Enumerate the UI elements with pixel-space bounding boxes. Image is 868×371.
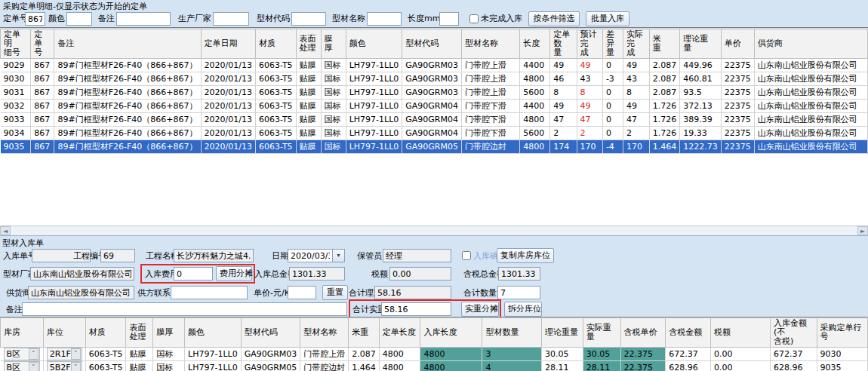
- profile-code-filter-input[interactable]: [291, 12, 326, 26]
- column-header[interactable]: 备注: [54, 29, 201, 59]
- total-theory-weight-input[interactable]: [374, 286, 451, 299]
- chevron-down-icon[interactable]: ˅: [71, 348, 81, 360]
- column-header[interactable]: 型材名称: [300, 318, 349, 348]
- column-header[interactable]: 实际重量: [583, 318, 620, 348]
- cell: 山东南山铝业股份有限公司: [754, 72, 867, 86]
- profile-factory-input[interactable]: [30, 267, 134, 281]
- column-header[interactable]: 定单明 细号: [1, 29, 31, 59]
- date-dropdown-button[interactable]: ▾: [332, 249, 345, 262]
- location-combo[interactable]: 2R1F˅: [43, 348, 85, 361]
- column-header[interactable]: 理论重 量: [680, 29, 722, 59]
- column-header[interactable]: 型材数量: [482, 318, 542, 348]
- order-row[interactable]: 903386789#门框型材F26-F40（866+867）2020/01/13…: [1, 113, 868, 127]
- supplier-contact-input[interactable]: [171, 286, 248, 299]
- column-header[interactable]: 长度: [520, 29, 550, 59]
- filter-by-condition-button[interactable]: 按条件筛选: [528, 11, 580, 26]
- order-row[interactable]: 903086789#门框型材F26-F40（866+867）2020/01/13…: [1, 72, 868, 86]
- order-row[interactable]: 903286789#门框型材F26-F40（866+867）2020/01/13…: [1, 100, 868, 113]
- column-header[interactable]: 入库金额(不 含税): [770, 318, 817, 348]
- column-header[interactable]: 型材代码: [241, 318, 300, 348]
- color-input[interactable]: [66, 12, 92, 26]
- scroll-left-arrow-icon[interactable]: ◄: [0, 226, 11, 235]
- fee-allocate-button[interactable]: 费用分摊: [216, 266, 252, 281]
- location-combo[interactable]: 5B2F˅: [43, 361, 85, 371]
- inbound-confirm-checkbox[interactable]: [462, 251, 471, 260]
- column-header[interactable]: 单价: [721, 29, 754, 59]
- keeper-input[interactable]: [383, 249, 451, 262]
- column-header[interactable]: 型材代码: [402, 29, 462, 59]
- order-row[interactable]: 902986789#门框型材F26-F40（866+867）2020/01/13…: [1, 59, 868, 72]
- column-header[interactable]: 型材名称: [461, 29, 519, 59]
- cell: 2020/01/13: [201, 100, 255, 113]
- order-no-input[interactable]: [25, 12, 45, 26]
- project-name-input[interactable]: [174, 249, 254, 262]
- cell: 9034: [1, 127, 31, 140]
- column-header[interactable]: 定 单 号: [31, 29, 54, 59]
- column-header[interactable]: 材质: [85, 318, 126, 348]
- cell: 国标: [321, 113, 346, 127]
- column-header[interactable]: 含税金额: [666, 318, 711, 348]
- column-header[interactable]: 米 重: [649, 29, 680, 59]
- column-header[interactable]: 差异量: [602, 29, 623, 59]
- column-header[interactable]: 定单日期: [201, 29, 255, 59]
- inbound-total-input[interactable]: [289, 267, 345, 281]
- remark-input[interactable]: [22, 302, 347, 316]
- column-header[interactable]: 材质: [255, 29, 296, 59]
- split-location-button[interactable]: 拆分库位: [504, 302, 542, 317]
- column-header[interactable]: 供货商: [754, 29, 867, 59]
- copy-warehouse-location-button[interactable]: 复制库房库位: [497, 248, 554, 263]
- column-header[interactable]: 含税单价: [620, 318, 666, 348]
- cell: 22375: [721, 100, 754, 113]
- reset-button[interactable]: 重置: [322, 285, 348, 300]
- column-header[interactable]: 表面 处理: [126, 318, 153, 348]
- weight-allocate-button[interactable]: 实重分摊: [461, 302, 499, 317]
- total-actual-weight-input[interactable]: [381, 302, 451, 316]
- order-row[interactable]: 903486789#门框型材F26-F40（866+867）2020/01/13…: [1, 127, 868, 140]
- column-header[interactable]: 预计完 成: [577, 29, 602, 59]
- chevron-down-icon[interactable]: ˅: [29, 362, 38, 371]
- remark-filter-input[interactable]: [116, 12, 171, 26]
- horizontal-scrollbar[interactable]: ◄ ►: [0, 225, 868, 235]
- manufacturer-input[interactable]: [213, 12, 249, 26]
- tax-input[interactable]: [389, 267, 451, 281]
- tax-total-input[interactable]: [498, 267, 540, 281]
- column-header[interactable]: 定单长度: [379, 318, 420, 348]
- column-header[interactable]: 颜色: [185, 318, 242, 348]
- column-header[interactable]: 实际完 成: [623, 29, 649, 59]
- column-header[interactable]: 入库长度: [420, 318, 482, 348]
- length-filter-input[interactable]: [439, 12, 459, 26]
- column-header[interactable]: 表面 处理: [296, 29, 321, 59]
- inbound-row[interactable]: B区˅5B2F˅6063-T5贴膜国标LH797-1LL0GA90GRM05门带…: [1, 361, 868, 371]
- chevron-down-icon[interactable]: ˅: [71, 362, 81, 371]
- profile-name-filter-label: 型材名称: [332, 13, 365, 25]
- scroll-right-arrow-icon[interactable]: ►: [857, 226, 868, 235]
- column-header[interactable]: 库房: [1, 318, 44, 348]
- inbound-row[interactable]: B区˅2R1F˅6063-T5贴膜国标LH797-1LL0GA90GRM03门带…: [1, 348, 868, 361]
- column-header[interactable]: 颜色: [346, 29, 402, 59]
- total-qty-input[interactable]: [497, 286, 540, 299]
- column-header[interactable]: 库位: [43, 318, 85, 348]
- batch-inbound-button[interactable]: 批量入库: [586, 11, 629, 26]
- order-row[interactable]: 903586789#门框型材F26-F40（866+867）2020/01/13…: [1, 140, 868, 154]
- profile-name-filter-input[interactable]: [367, 12, 402, 26]
- cell: 山东南山铝业股份有限公司: [754, 127, 867, 140]
- warehouse-combo[interactable]: B区˅: [1, 361, 44, 371]
- cell: 国标: [321, 100, 346, 113]
- supplier-input[interactable]: [28, 286, 134, 299]
- chevron-down-icon[interactable]: ˅: [29, 348, 38, 360]
- column-header[interactable]: 理论重量: [542, 318, 583, 348]
- date-input[interactable]: [288, 249, 333, 262]
- column-header[interactable]: 定单数 量: [550, 29, 577, 59]
- color-label: 颜色: [48, 13, 65, 25]
- project-no-input[interactable]: [100, 249, 135, 262]
- inbound-fee-input[interactable]: [174, 267, 213, 281]
- unfinished-inbound-checkbox[interactable]: [469, 14, 479, 23]
- column-header[interactable]: 膜厚: [153, 318, 185, 348]
- column-header[interactable]: 采购定单行 号: [817, 318, 867, 348]
- column-header[interactable]: 膜 厚: [321, 29, 346, 59]
- column-header[interactable]: 米重: [349, 318, 380, 348]
- warehouse-combo[interactable]: B区˅: [1, 348, 44, 361]
- order-row[interactable]: 903186789#门框型材F26-F40（866+867）2020/01/13…: [1, 86, 868, 100]
- unit-price-input[interactable]: [288, 286, 316, 299]
- column-header[interactable]: 税额: [710, 318, 770, 348]
